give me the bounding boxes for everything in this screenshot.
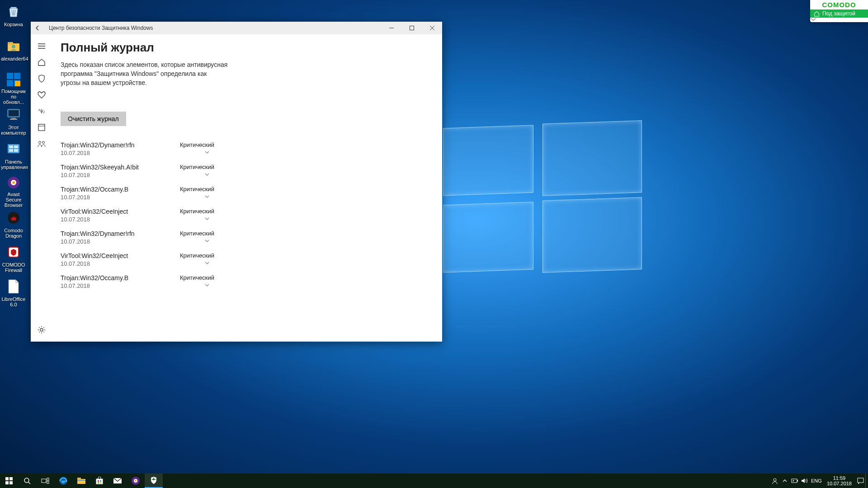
svg-point-2 [12,45,15,48]
nav-app-control[interactable] [33,119,51,136]
svg-rect-3 [7,73,13,79]
nav-device-health[interactable] [33,87,51,103]
window-title: Центр безопасности Защитника Windows [49,25,153,31]
desktop-icon-comodo-firewall[interactable]: COMODO Firewall [0,242,27,277]
threat-date: 10.07.2018 [61,194,214,201]
comodo-collapse[interactable] [810,18,868,22]
desktop-icon-libreoffice[interactable]: LibreOffice 6.0 [0,277,27,311]
svg-rect-10 [11,118,16,119]
nav-home[interactable] [33,54,51,70]
svg-rect-1 [8,42,13,44]
comodo-status-row[interactable]: Под защитой [810,9,868,18]
taskbar-app-security-center[interactable] [145,474,163,488]
desktop-icon-label: COMODO Firewall [1,262,26,273]
nav-firewall[interactable] [33,103,51,119]
desktop-icon-recycle-bin[interactable]: Корзина [0,2,27,36]
comodo-widget[interactable]: COMODO Под защитой [810,0,868,22]
threat-severity: Критический [180,208,214,215]
desktop-icon-control-panel[interactable]: Панель управления [0,139,27,174]
svg-rect-48 [98,480,99,482]
search-button[interactable] [18,474,36,488]
threat-item[interactable]: Trojan:Win32/Dynamer!rfn10.07.2018Критич… [61,138,214,160]
titlebar[interactable]: Центр безопасности Защитника Windows [31,22,442,34]
threat-item[interactable]: Trojan:Win32/Skeeyah.A!bit10.07.2018Крит… [61,160,214,182]
tray-action-center-icon[interactable] [855,474,865,488]
desktop-icon-avast-browser[interactable]: Avast Secure Browser [0,174,27,208]
taskbar-app-mail[interactable] [108,474,127,488]
svg-rect-14 [14,145,18,148]
svg-rect-11 [10,119,17,120]
control-panel-icon [5,140,23,158]
svg-rect-61 [858,478,863,483]
tray-date: 10.07.2018 [827,481,852,486]
chevron-down-icon [204,150,210,154]
svg-rect-47 [96,479,103,484]
taskbar-app-explorer[interactable] [72,474,90,488]
close-button[interactable] [422,22,442,34]
threat-item[interactable]: Trojan:Win32/Dynamer!rfn10.07.2018Критич… [61,226,214,249]
threat-severity: Критический [180,230,214,237]
hamburger-menu-button[interactable] [33,38,51,54]
desktop-icon-user-folder[interactable]: alexander64 [0,36,27,70]
desktop-icons: Корзина alexander64 Помощник по обновл..… [0,0,27,311]
taskbar-app-store[interactable] [90,474,108,488]
taskbar-app-edge[interactable] [54,474,72,488]
nav-sidebar [31,34,52,342]
svg-point-58 [774,479,776,481]
content-area: Полный журнал Здесь показан список элеме… [52,34,442,342]
desktop-icon-update-assistant[interactable]: Помощник по обновл... [0,70,27,105]
threat-item[interactable]: VirTool:Win32/CeeInject10.07.2018Критиче… [61,204,214,226]
comodo-firewall-icon [5,243,23,261]
tray-language[interactable]: ENG [810,474,823,488]
taskbar: ENG 11:59 10.07.2018 [0,474,868,488]
svg-rect-5 [7,80,13,86]
desktop-icon-comodo-dragon[interactable]: Comodo Dragon [0,208,27,242]
threat-date: 10.07.2018 [61,260,214,267]
threat-severity: Критический [180,274,214,281]
svg-rect-46 [77,480,85,481]
minimize-button[interactable] [381,22,401,34]
svg-rect-16 [14,149,18,152]
threat-item[interactable]: VirTool:Win32/CeeInject10.07.2018Критиче… [61,249,214,271]
svg-rect-29 [38,124,45,131]
svg-rect-50 [98,482,99,483]
tray-volume-icon[interactable] [800,474,810,488]
tray-chevron-up-icon[interactable] [780,474,790,488]
tray-power-icon[interactable] [790,474,800,488]
avast-browser-icon [5,174,23,191]
start-button[interactable] [0,474,18,488]
threat-severity: Критический [180,252,214,259]
svg-rect-9 [9,110,19,116]
threat-severity: Критический [180,164,214,170]
nav-settings[interactable] [33,322,51,338]
system-tray: ENG 11:59 10.07.2018 [770,474,868,488]
task-view-button[interactable] [36,474,54,488]
nav-virus-protection[interactable] [33,70,51,87]
threat-date: 10.07.2018 [61,216,214,223]
desktop-icon-label: LibreOffice 6.0 [1,296,26,307]
chevron-down-icon [204,195,210,198]
threat-severity: Критический [180,141,214,148]
chevron-down-icon [204,217,210,221]
tray-time: 11:59 [827,475,852,481]
dragon-browser-icon [5,209,23,227]
svg-rect-49 [100,480,101,482]
svg-rect-42 [47,481,49,483]
svg-line-39 [28,482,30,484]
tray-people-icon[interactable] [770,474,780,488]
maximize-button[interactable] [401,22,422,34]
threat-item[interactable]: Trojan:Win32/Occamy.B10.07.2018Критическ… [61,271,214,293]
back-button[interactable] [31,22,44,34]
chevron-down-icon [204,173,210,176]
taskbar-app-avast-browser[interactable] [127,474,145,488]
nav-family[interactable] [33,136,51,152]
chevron-down-icon [204,261,210,265]
desktop-icon-label: Панель управления [1,159,26,170]
desktop-icon-this-pc[interactable]: Этот компьютер [0,105,27,139]
show-desktop-button[interactable] [865,474,868,488]
chevron-down-icon [204,283,210,287]
clear-history-button[interactable]: Очистить журнал [61,112,126,126]
tray-clock[interactable]: 11:59 10.07.2018 [823,475,855,486]
threat-date: 10.07.2018 [61,282,214,289]
threat-item[interactable]: Trojan:Win32/Occamy.B10.07.2018Критическ… [61,182,214,204]
